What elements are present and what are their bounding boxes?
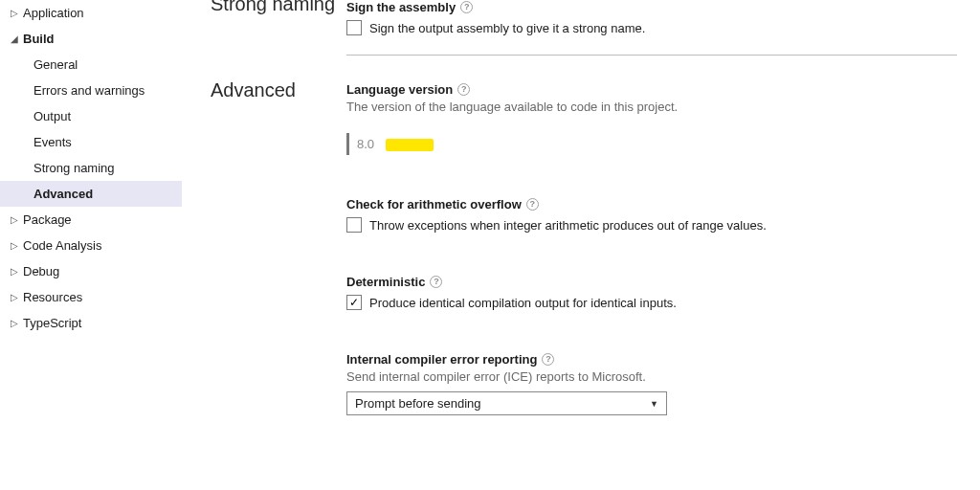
setting-title: Check for arithmetic overflow — [346, 197, 522, 212]
checkbox-label: Throw exceptions when integer arithmetic… — [369, 218, 767, 233]
help-icon[interactable]: ? — [457, 83, 470, 96]
sidebar-item-label: Build — [23, 32, 55, 46]
sidebar-item-debug[interactable]: ▷ Debug — [0, 258, 182, 284]
language-version-value-box: 8.0 — [346, 133, 441, 155]
setting-title: Language version — [346, 82, 453, 97]
help-icon[interactable]: ? — [526, 198, 539, 211]
sidebar-item-build[interactable]: ◢ Build — [0, 26, 182, 52]
checkbox-label: Produce identical compilation output for… — [369, 296, 677, 310]
sign-assembly-checkbox[interactable] — [346, 20, 362, 35]
sidebar-subitem-output[interactable]: Output — [0, 103, 182, 129]
chevron-down-icon: ◢ — [8, 33, 21, 44]
chevron-right-icon: ▷ — [8, 8, 21, 18]
setting-description: Send internal compiler error (ICE) repor… — [346, 369, 957, 384]
help-icon[interactable]: ? — [460, 1, 473, 13]
section-divider — [346, 55, 957, 56]
setting-description: The version of the language available to… — [346, 100, 957, 114]
sidebar-item-code-analysis[interactable]: ▷ Code Analysis — [0, 233, 182, 258]
section-heading-advanced: Advanced — [211, 78, 346, 101]
sidebar-item-package[interactable]: ▷ Package — [0, 207, 182, 233]
section-heading-strong-naming: Strong naming — [211, 0, 346, 15]
settings-content: Sign the assembly ? Sign the output asse… — [346, 0, 980, 490]
sidebar-item-label: Package — [23, 212, 72, 227]
redaction-highlight — [386, 139, 434, 151]
setting-title: Internal compiler error reporting — [346, 352, 537, 367]
chevron-right-icon: ▷ — [8, 214, 21, 225]
sidebar-subitem-strong-naming[interactable]: Strong naming — [0, 155, 182, 181]
chevron-right-icon: ▷ — [8, 266, 21, 277]
setting-language-version: Language version ? The version of the la… — [346, 82, 957, 155]
setting-ice-reporting: Internal compiler error reporting ? Send… — [346, 352, 957, 415]
chevron-right-icon: ▷ — [8, 292, 21, 302]
sidebar-subitem-errors[interactable]: Errors and warnings — [0, 78, 182, 103]
sidebar-item-label: Application — [23, 6, 84, 20]
language-version-value: 8.0 — [357, 137, 374, 151]
setting-sign-assembly: Sign the assembly ? Sign the output asse… — [346, 0, 957, 35]
setting-title: Deterministic — [346, 275, 425, 289]
deterministic-checkbox[interactable]: ✓ — [346, 295, 362, 310]
setting-title: Sign the assembly — [346, 0, 456, 14]
help-icon[interactable]: ? — [430, 276, 442, 288]
dropdown-selected-value: Prompt before sending — [355, 396, 481, 411]
settings-sidebar: ▷ Application ◢ Build General Errors and… — [0, 0, 182, 490]
ice-reporting-dropdown[interactable]: Prompt before sending ▼ — [346, 391, 667, 415]
sidebar-item-typescript[interactable]: ▷ TypeScript — [0, 310, 182, 336]
setting-arithmetic-overflow: Check for arithmetic overflow ? Throw ex… — [346, 197, 957, 233]
chevron-down-icon: ▼ — [650, 399, 658, 409]
sidebar-item-resources[interactable]: ▷ Resources — [0, 284, 182, 310]
sidebar-item-label: Debug — [23, 264, 59, 278]
checkbox-label: Sign the output assembly to give it a st… — [369, 21, 645, 35]
overflow-checkbox[interactable] — [346, 217, 362, 233]
section-name-column: Strong naming Advanced — [182, 0, 346, 490]
sidebar-item-label: TypeScript — [23, 316, 81, 330]
sidebar-subitem-general[interactable]: General — [0, 52, 182, 78]
help-icon[interactable]: ? — [542, 353, 554, 366]
sidebar-subitem-events[interactable]: Events — [0, 129, 182, 155]
setting-deterministic: Deterministic ? ✓ Produce identical comp… — [346, 275, 957, 310]
sidebar-subitem-advanced[interactable]: Advanced — [0, 181, 182, 207]
sidebar-item-label: Resources — [23, 290, 82, 304]
chevron-right-icon: ▷ — [8, 318, 21, 328]
sidebar-item-application[interactable]: ▷ Application — [0, 0, 182, 26]
sidebar-item-label: Code Analysis — [23, 238, 101, 253]
chevron-right-icon: ▷ — [8, 240, 21, 251]
